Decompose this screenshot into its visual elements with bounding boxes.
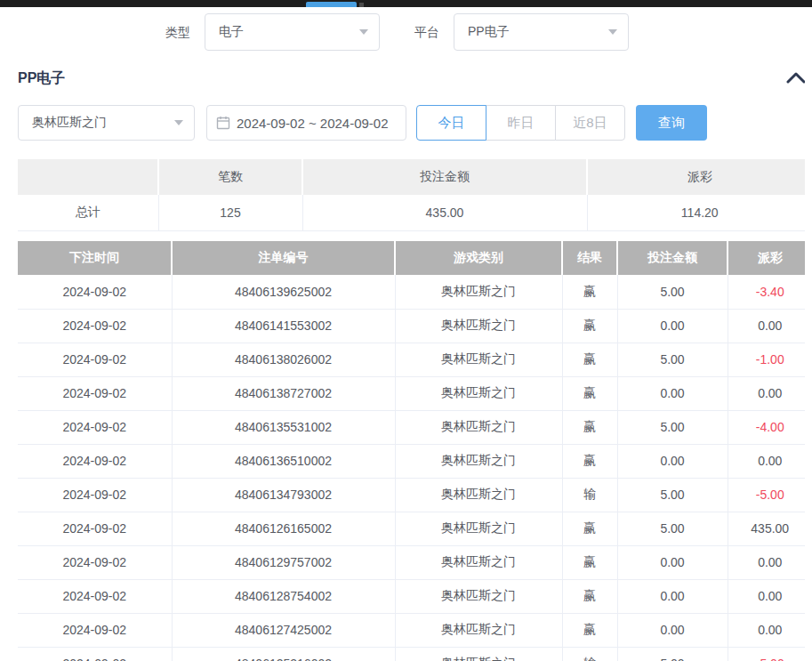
- result-cell: 赢: [562, 613, 617, 647]
- payout-cell: -1.00: [728, 343, 812, 376]
- tab-favicon: [359, 3, 364, 7]
- game-select[interactable]: 奥林匹斯之门: [18, 105, 195, 141]
- result-cell: 赢: [562, 444, 617, 478]
- table-row: 2024-09-02 48406128754002 奥林匹斯之门 赢 0.00 …: [18, 579, 812, 613]
- date-range-picker[interactable]: 2024-09-02 ~ 2024-09-02: [206, 105, 406, 141]
- type-filter-label: 类型: [165, 13, 190, 51]
- bet-amount-cell: 0.00: [617, 579, 728, 613]
- bet-amount-cell: 5.00: [617, 275, 728, 309]
- bet-id-cell: 48406129757002: [172, 545, 395, 579]
- summary-header-count: 笔数: [158, 159, 302, 195]
- result-cell: 赢: [562, 410, 617, 444]
- summary-table: 笔数 投注金额 派彩 总计 125 435.00 114.20: [18, 159, 812, 231]
- search-button[interactable]: 查询: [636, 105, 707, 141]
- result-cell: 赢: [562, 309, 617, 343]
- col-header-bet-time: 下注时间: [18, 241, 172, 275]
- quick-range-button[interactable]: 近8日: [555, 105, 625, 141]
- table-row: 2024-09-02 48406141553002 奥林匹斯之门 赢 0.00 …: [18, 309, 812, 343]
- col-header-bet-id: 注单编号: [172, 241, 395, 275]
- bet-id-cell: 48406127425002: [172, 613, 395, 647]
- bet-amount-cell: 0.00: [617, 376, 728, 410]
- game-type-cell: 奥林匹斯之门: [395, 545, 562, 579]
- date-range-value: 2024-09-02 ~ 2024-09-02: [237, 116, 389, 131]
- game-type-cell: 奥林匹斯之门: [395, 647, 562, 661]
- result-cell: 输: [562, 478, 617, 512]
- bet-id-cell: 48406134793002: [172, 478, 395, 512]
- summary-total-row: 总计 125 435.00 114.20: [18, 195, 812, 230]
- bet-id-cell: 48406141553002: [172, 309, 395, 343]
- bet-id-cell: 48406125316002: [172, 647, 395, 661]
- col-header-payout: 派彩: [728, 241, 812, 275]
- type-select[interactable]: 电子: [205, 13, 380, 51]
- summary-header-payout: 派彩: [587, 159, 812, 195]
- result-cell: 赢: [562, 579, 617, 613]
- section-title: PP电子: [18, 69, 65, 88]
- platform-select[interactable]: PP电子: [454, 13, 629, 51]
- game-type-cell: 奥林匹斯之门: [395, 478, 562, 512]
- game-type-cell: 奥林匹斯之门: [395, 512, 562, 545]
- col-header-bet-amount: 投注金额: [617, 241, 728, 275]
- bet-id-cell: 48406126165002: [172, 512, 395, 545]
- table-row: 2024-09-02 48406136510002 奥林匹斯之门 赢 0.00 …: [18, 444, 812, 478]
- payout-cell: 0.00: [728, 309, 812, 343]
- table-row: 2024-09-02 48406129757002 奥林匹斯之门 赢 0.00 …: [18, 545, 812, 579]
- table-row: 2024-09-02 48406125316002 奥林匹斯之门 输 5.00 …: [18, 647, 812, 661]
- table-row: 2024-09-02 48406138026002 奥林匹斯之门 赢 5.00 …: [18, 343, 812, 376]
- game-type-cell: 奥林匹斯之门: [395, 613, 562, 647]
- chevron-down-icon: [174, 120, 183, 125]
- bet-time-cell: 2024-09-02: [18, 579, 172, 613]
- bet-time-cell: 2024-09-02: [18, 343, 172, 376]
- payout-cell: -3.40: [728, 275, 812, 309]
- bet-time-cell: 2024-09-02: [18, 275, 172, 309]
- game-type-cell: 奥林匹斯之门: [395, 410, 562, 444]
- payout-cell: 0.00: [728, 376, 812, 410]
- summary-header-empty: [18, 159, 158, 195]
- result-cell: 输: [562, 647, 617, 661]
- bet-amount-cell: 5.00: [617, 410, 728, 444]
- result-cell: 赢: [562, 545, 617, 579]
- game-type-cell: 奥林匹斯之门: [395, 376, 562, 410]
- game-type-cell: 奥林匹斯之门: [395, 579, 562, 613]
- table-row: 2024-09-02 48406134793002 奥林匹斯之门 输 5.00 …: [18, 478, 812, 512]
- payout-cell: 0.00: [728, 545, 812, 579]
- chevron-down-icon: [359, 29, 368, 35]
- result-cell: 赢: [562, 343, 617, 376]
- bet-id-cell: 48406138026002: [172, 343, 395, 376]
- browser-tab-strip: [0, 0, 812, 7]
- payout-cell: -5.00: [728, 647, 812, 661]
- quick-range-button[interactable]: 今日: [416, 105, 486, 141]
- collapse-chevron-up-icon[interactable]: [786, 69, 806, 87]
- table-row: 2024-09-02 48406138727002 奥林匹斯之门 赢 0.00 …: [18, 376, 812, 410]
- game-type-cell: 奥林匹斯之门: [395, 444, 562, 478]
- table-row: 2024-09-02 48406127425002 奥林匹斯之门 赢 0.00 …: [18, 613, 812, 647]
- bet-time-cell: 2024-09-02: [18, 376, 172, 410]
- quick-range-button[interactable]: 昨日: [486, 105, 556, 141]
- game-type-cell: 奥林匹斯之门: [395, 343, 562, 376]
- result-cell: 赢: [562, 512, 617, 545]
- chevron-down-icon: [608, 29, 617, 35]
- bet-time-cell: 2024-09-02: [18, 613, 172, 647]
- col-header-game-type: 游戏类别: [395, 241, 562, 275]
- platform-select-value: PP电子: [468, 24, 510, 40]
- active-tab-indicator[interactable]: [306, 2, 357, 7]
- payout-cell: 0.00: [728, 444, 812, 478]
- summary-total-count: 125: [158, 195, 302, 230]
- bet-amount-cell: 5.00: [617, 512, 728, 545]
- type-select-value: 电子: [219, 24, 244, 40]
- bet-time-cell: 2024-09-02: [18, 512, 172, 545]
- game-type-cell: 奥林匹斯之门: [395, 309, 562, 343]
- scrollbar-track[interactable]: [805, 7, 812, 661]
- bet-id-cell: 48406128754002: [172, 579, 395, 613]
- payout-cell: -4.00: [728, 410, 812, 444]
- bet-time-cell: 2024-09-02: [18, 478, 172, 512]
- bet-time-cell: 2024-09-02: [18, 309, 172, 343]
- summary-total-label: 总计: [18, 195, 158, 230]
- payout-cell: -5.00: [728, 478, 812, 512]
- quick-range-button-group: 今日昨日近8日: [416, 105, 625, 141]
- bet-amount-cell: 0.00: [617, 613, 728, 647]
- bet-id-cell: 48406136510002: [172, 444, 395, 478]
- bet-time-cell: 2024-09-02: [18, 410, 172, 444]
- bet-table-body: 2024-09-02 48406139625002 奥林匹斯之门 赢 5.00 …: [18, 275, 812, 661]
- bet-id-cell: 48406139625002: [172, 275, 395, 309]
- calendar-icon: [216, 116, 230, 130]
